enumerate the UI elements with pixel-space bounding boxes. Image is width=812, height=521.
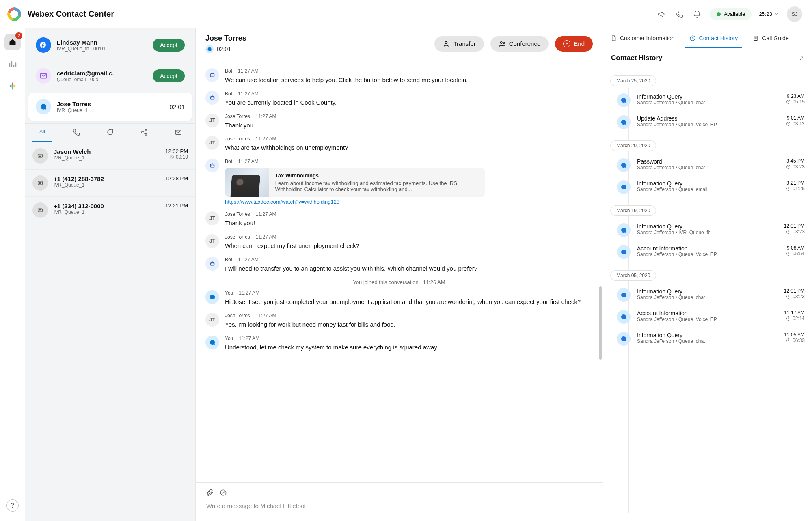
agent-status-pill[interactable]: Available bbox=[710, 8, 752, 20]
session-timer[interactable]: 25:23 bbox=[759, 11, 780, 17]
queue-item[interactable]: Lindsay MannIVR_Queue_fb - 00:01Accept bbox=[28, 31, 192, 59]
tab-customer-information[interactable]: Customer Information bbox=[603, 28, 682, 48]
left-history-item[interactable]: +1 (412) 288-3782IVR_Queue_112:28 PM bbox=[25, 170, 195, 197]
channel-icon bbox=[36, 99, 51, 114]
contact-history-timeline[interactable]: March 25, 2020Information QuerySandra Je… bbox=[603, 68, 812, 521]
left-history-item[interactable]: Jason WelchIVR_Queue_112:32 PM00:10 bbox=[25, 142, 195, 170]
end-button[interactable]: ✕ End bbox=[555, 36, 593, 52]
history-time: 12:21 PM bbox=[165, 202, 188, 209]
timeline-duration: 05:54 bbox=[786, 251, 805, 256]
bell-icon[interactable] bbox=[688, 5, 706, 23]
left-tab-all[interactable]: All bbox=[25, 124, 59, 142]
tab-call-guide[interactable]: Call Guide bbox=[745, 28, 796, 48]
timeline-sub: Sandra Jefferson • Queue_chat bbox=[637, 295, 777, 300]
chat-icon bbox=[617, 332, 631, 346]
compose-input[interactable] bbox=[205, 502, 593, 510]
message-sender: Jose Torres bbox=[225, 114, 250, 119]
user-avatar[interactable]: SJ bbox=[787, 6, 802, 22]
expand-icon[interactable]: ⤢ bbox=[799, 55, 804, 61]
message-row: You11:27 AMUnderstood, let me check my s… bbox=[205, 336, 593, 352]
transfer-button[interactable]: Transfer bbox=[434, 36, 484, 52]
contact-avatar-icon: JT bbox=[205, 136, 219, 150]
timeline-item[interactable]: Account InformationSandra Jefferson • Qu… bbox=[610, 310, 805, 324]
apps-icon bbox=[8, 82, 17, 90]
queue-item-name: Lindsay Mann bbox=[57, 39, 147, 46]
left-tab-email[interactable] bbox=[161, 124, 195, 142]
tab-contact-history[interactable]: Contact History bbox=[682, 28, 745, 48]
timeline-item[interactable]: Update AddressSandra Jefferson • Queue_V… bbox=[610, 115, 805, 129]
phone-icon[interactable] bbox=[670, 5, 688, 23]
accept-button[interactable]: Accept bbox=[153, 69, 185, 82]
bot-avatar-icon bbox=[205, 68, 219, 82]
timeline-item[interactable]: Information QuerySandra Jefferson • Queu… bbox=[610, 288, 805, 302]
quick-reply-button[interactable] bbox=[219, 489, 227, 498]
rail-apps[interactable] bbox=[4, 78, 21, 94]
timeline-duration: 01:25 bbox=[786, 186, 805, 192]
card-link[interactable]: https://www.taxdoc.com/watch?v=withholdi… bbox=[225, 199, 339, 205]
transfer-label: Transfer bbox=[453, 40, 475, 47]
bot-avatar-icon bbox=[205, 159, 219, 172]
rail-home[interactable]: 2 bbox=[4, 34, 21, 50]
message-list[interactable]: Bot11:27 AMWe can use location services … bbox=[196, 59, 603, 482]
timeline-time: 3:21 PM bbox=[786, 180, 805, 186]
timeline-time: 3:45 PM bbox=[786, 158, 805, 164]
message-text: Thank you. bbox=[225, 121, 593, 130]
left-tab-voice[interactable] bbox=[59, 124, 93, 142]
svg-rect-5 bbox=[38, 154, 43, 157]
timeline-duration: 03:12 bbox=[786, 121, 805, 127]
message-sender: Jose Torres bbox=[225, 234, 250, 240]
rail-help[interactable]: ? bbox=[4, 497, 21, 514]
you-avatar-icon bbox=[205, 336, 219, 349]
left-tab-chat[interactable] bbox=[93, 124, 127, 142]
message-sender: Jose Torres bbox=[225, 313, 250, 319]
left-history-item[interactable]: +1 (234) 312-0000IVR_Queue_112:21 PM bbox=[25, 197, 195, 224]
message-row: JTJose Torres11:27 AMWhat are tax withho… bbox=[205, 136, 593, 152]
message-text: Hi Jose, I see you just completed your u… bbox=[225, 297, 593, 306]
svg-rect-7 bbox=[38, 181, 43, 185]
conversation-title: Jose Torres bbox=[205, 34, 428, 43]
timeline-item[interactable]: Account InformationSandra Jefferson • Qu… bbox=[610, 245, 805, 259]
timeline-title: Account Information bbox=[637, 245, 780, 252]
timeline-item[interactable]: Information QuerySandra Jefferson • IVR_… bbox=[610, 223, 805, 237]
message-text: We can use location services to help you… bbox=[225, 75, 593, 84]
app-header: Webex Contact Center Available 25:23 SJ bbox=[0, 0, 812, 28]
info-card[interactable]: Tax WithholdingsLearn about income tax w… bbox=[225, 168, 485, 197]
timeline-item[interactable]: Information QuerySandra Jefferson • Queu… bbox=[610, 332, 805, 346]
rail-analytics[interactable] bbox=[4, 56, 21, 72]
queue-item[interactable]: cedriclam@gmail.c.Queue_email - 00:01Acc… bbox=[28, 62, 192, 90]
message-sender: Bot bbox=[225, 68, 232, 74]
chat-icon bbox=[617, 223, 631, 237]
message-sender: Bot bbox=[225, 91, 232, 97]
mail-icon bbox=[175, 129, 182, 136]
timeline-title: Information Query bbox=[637, 223, 777, 230]
queue-item[interactable]: Jose TorresIVR_Queue_102:01 bbox=[28, 93, 192, 121]
list-icon bbox=[752, 35, 759, 41]
left-tab-social[interactable] bbox=[127, 124, 161, 142]
svg-rect-12 bbox=[210, 74, 214, 77]
history-duration: 00:10 bbox=[165, 154, 188, 160]
conference-button[interactable]: Conference bbox=[490, 36, 549, 52]
timeline-item[interactable]: Information QuerySandra Jefferson • Queu… bbox=[610, 93, 805, 107]
message-row: Bot11:27 AMTax WithholdingsLearn about i… bbox=[205, 159, 593, 205]
scrollbar-thumb[interactable] bbox=[599, 286, 602, 360]
timeline-time: 12:01 PM bbox=[784, 223, 805, 229]
tab-customer-label: Customer Information bbox=[620, 35, 675, 41]
close-icon: ✕ bbox=[563, 40, 570, 47]
timeline-sub: Sandra Jefferson • Queue_email bbox=[637, 187, 780, 192]
end-label: End bbox=[574, 40, 585, 47]
announcement-icon[interactable] bbox=[652, 5, 670, 23]
attachment-button[interactable] bbox=[205, 489, 214, 498]
message-sender: Bot bbox=[225, 159, 232, 164]
info-panel-title: Contact History bbox=[611, 54, 663, 62]
timeline-duration: 03:23 bbox=[784, 294, 805, 299]
user-transfer-icon bbox=[443, 40, 450, 47]
timeline-item[interactable]: Information QuerySandra Jefferson • Queu… bbox=[610, 180, 805, 194]
message-time: 11:27 AM bbox=[256, 234, 276, 240]
accept-button[interactable]: Accept bbox=[153, 39, 185, 52]
timeline-item[interactable]: PasswordSandra Jefferson • Queue_chat3:4… bbox=[610, 158, 805, 172]
timeline-title: Information Query bbox=[637, 93, 780, 100]
message-row: JTJose Torres11:27 AMWhen can I expect m… bbox=[205, 234, 593, 250]
history-time: 12:28 PM bbox=[165, 175, 188, 181]
home-icon bbox=[9, 38, 17, 46]
bot-avatar-icon bbox=[205, 257, 219, 271]
